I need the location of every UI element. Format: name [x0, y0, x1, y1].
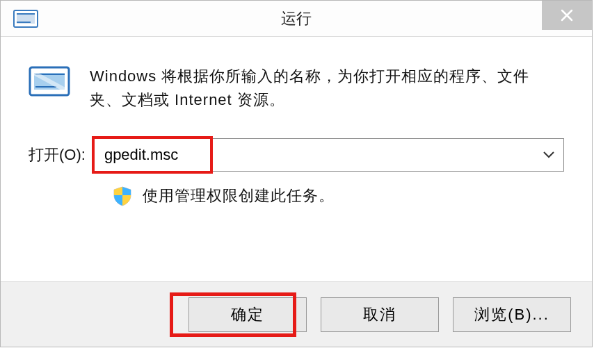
- open-label: 打开(O):: [29, 144, 86, 165]
- browse-button[interactable]: 浏览(B)...: [453, 297, 571, 332]
- admin-text: 使用管理权限创建此任务。: [143, 185, 335, 206]
- info-row: Windows 将根据你所输入的名称，为你打开相应的程序、文件夹、文档或 Int…: [29, 65, 564, 112]
- open-row: 打开(O):: [29, 138, 564, 172]
- run-titlebar-icon: [13, 10, 38, 28]
- run-dialog: 运行 Windows 将根据你所输入的名称，为你打开相应的程序、文件夹、文档或 …: [0, 0, 593, 347]
- open-input[interactable]: [94, 138, 564, 172]
- dialog-body: Windows 将根据你所输入的名称，为你打开相应的程序、文件夹、文档或 Int…: [1, 37, 592, 206]
- cancel-button[interactable]: 取消: [321, 297, 439, 332]
- run-app-icon: [29, 65, 70, 98]
- open-combo-wrap: [94, 138, 564, 172]
- titlebar: 运行: [1, 1, 592, 37]
- ok-button[interactable]: 确定: [188, 297, 307, 332]
- admin-row: 使用管理权限创建此任务。: [112, 185, 564, 206]
- close-button[interactable]: [542, 1, 592, 30]
- info-text: Windows 将根据你所输入的名称，为你打开相应的程序、文件夹、文档或 Int…: [90, 65, 535, 112]
- close-icon: [561, 9, 573, 22]
- dialog-footer: 确定 取消 浏览(B)...: [1, 281, 592, 347]
- shield-icon: [112, 185, 133, 206]
- dialog-title: 运行: [281, 8, 312, 29]
